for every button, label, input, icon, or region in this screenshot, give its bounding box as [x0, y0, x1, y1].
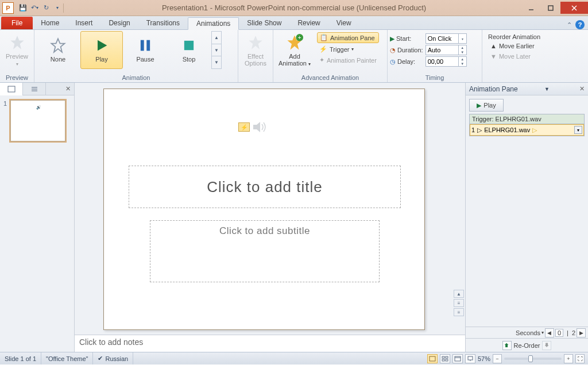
slide[interactable]: ⚡ Click to add title Click to add subtit…: [103, 89, 425, 330]
gallery-up-icon[interactable]: ▲: [212, 32, 221, 44]
thumbnail-panel-close-icon[interactable]: ✕: [61, 85, 74, 93]
animation-play-label: Play: [95, 56, 107, 63]
maximize-button[interactable]: [541, 2, 560, 14]
painter-star-icon: ✦: [319, 56, 324, 64]
animation-pause[interactable]: Pause: [124, 31, 167, 69]
scroll-next-icon[interactable]: ≡: [454, 308, 464, 316]
close-button[interactable]: [560, 2, 588, 14]
tab-slideshow[interactable]: Slide Show: [239, 17, 289, 29]
animation-pane-close-icon[interactable]: ✕: [579, 85, 585, 93]
scroll-prev-icon[interactable]: ≡: [454, 299, 464, 307]
svg-rect-26: [468, 356, 473, 360]
svg-marker-6: [98, 40, 107, 51]
tab-view[interactable]: View: [328, 17, 359, 29]
slide-thumbnail-1[interactable]: 1 🔊: [0, 95, 74, 146]
normal-view-button[interactable]: [427, 354, 438, 363]
start-play-icon: ▶: [390, 35, 394, 43]
animation-none-label: None: [51, 56, 65, 63]
animation-reorder-footer: 🡅 Re-Order 🡇: [466, 338, 588, 352]
tab-transitions[interactable]: Transitions: [138, 17, 188, 29]
move-earlier-button[interactable]: ▲Move Earlier: [488, 41, 540, 51]
timeline-prev-button[interactable]: ◀: [545, 328, 554, 337]
thumbnails-tab[interactable]: [0, 83, 23, 95]
notes-area[interactable]: Click to add notes: [75, 335, 465, 352]
effect-options-label: Effect Options: [245, 53, 266, 67]
help-icon[interactable]: ?: [575, 20, 585, 29]
svg-marker-10: [249, 36, 262, 49]
preview-button[interactable]: Preview▾: [2, 31, 32, 70]
title-placeholder[interactable]: Click to add title: [129, 166, 401, 208]
animation-none[interactable]: None: [37, 31, 79, 69]
reorder-down-button[interactable]: 🡇: [542, 341, 551, 350]
add-animation-label: Add Animation: [278, 53, 307, 67]
animation-pane-dropdown-icon[interactable]: ▼: [544, 86, 550, 92]
animation-pane: Animation Pane ▼ ✕ ▶ Play Trigger: ELPHR…: [465, 83, 588, 352]
tab-review[interactable]: Review: [289, 17, 328, 29]
app-icon: P: [2, 2, 14, 14]
title-bar: P 💾 ↶▾ ↻ ▾ Presentation1 - Microsoft Pow…: [0, 0, 588, 16]
animation-pane-button[interactable]: 📋 Animation Pane: [317, 32, 379, 43]
tab-home[interactable]: Home: [33, 17, 67, 29]
tab-design[interactable]: Design: [100, 17, 138, 29]
reading-view-button[interactable]: [452, 354, 463, 363]
qat-dropdown-icon[interactable]: ▾: [53, 3, 62, 13]
redo-icon[interactable]: ↻: [41, 3, 51, 13]
timing-delay-field[interactable]: 00,00▲▼: [425, 56, 467, 67]
svg-rect-8: [146, 40, 150, 51]
undo-icon[interactable]: ↶▾: [30, 3, 39, 13]
zoom-handle[interactable]: [528, 355, 533, 362]
timeline-marker-icon: ▷: [532, 126, 537, 134]
save-icon[interactable]: 💾: [18, 3, 28, 13]
trigger-header: Trigger: ELPHRG01.wav: [470, 114, 584, 124]
animation-item-dropdown-icon[interactable]: ▾: [574, 126, 582, 134]
slideshow-view-button[interactable]: [465, 354, 475, 363]
zoom-value[interactable]: 57%: [478, 355, 490, 362]
sorter-view-button[interactable]: [440, 354, 450, 363]
animation-gallery-scroll[interactable]: ▲ ▼ ▼: [211, 31, 222, 69]
effect-options-button[interactable]: Effect Options: [241, 31, 270, 69]
animation-list-item[interactable]: 1 ▷ ELPHRG01.wav ▷ ▾: [470, 124, 584, 136]
preview-label: Preview: [6, 53, 28, 60]
animation-stop[interactable]: Stop: [168, 31, 210, 69]
tab-animations[interactable]: Animations: [188, 17, 239, 30]
add-animation-button[interactable]: + Add Animation ▾: [276, 31, 314, 70]
animation-painter-button[interactable]: ✦ Animation Painter: [317, 55, 379, 65]
svg-rect-21: [446, 356, 448, 358]
animation-play[interactable]: Play: [80, 31, 123, 69]
move-later-button[interactable]: ▼Move Later: [488, 52, 540, 61]
subtitle-placeholder[interactable]: Click to add subtitle: [150, 220, 380, 282]
zoom-slider[interactable]: [504, 358, 562, 360]
advanced-animation-group-label: Advanced Animation: [276, 74, 385, 82]
outline-tab[interactable]: [23, 83, 46, 95]
status-language[interactable]: ✔ Russian: [93, 352, 133, 365]
qat-separator: [63, 3, 64, 13]
timing-duration-field[interactable]: Auto▲▼: [425, 45, 467, 55]
scroll-up-icon[interactable]: ▲: [454, 290, 464, 298]
minimize-button[interactable]: [521, 2, 541, 14]
tab-file[interactable]: File: [1, 17, 33, 29]
svg-marker-4: [10, 36, 24, 49]
timeline-next-button[interactable]: ▶: [577, 328, 586, 337]
gallery-more-icon[interactable]: ▼: [212, 56, 221, 68]
fit-to-window-button[interactable]: ⛶: [575, 354, 585, 363]
tab-insert[interactable]: Insert: [67, 17, 100, 29]
window-title: Presentation1 - Microsoft PowerPoint non…: [162, 3, 426, 12]
play-icon: ▶: [477, 102, 481, 109]
trigger-button[interactable]: ⚡ Trigger ▾: [317, 44, 379, 54]
animation-pane-play-button[interactable]: ▶ Play: [469, 99, 504, 112]
gallery-down-icon[interactable]: ▼: [212, 44, 221, 57]
trigger-label: Trigger: [330, 46, 349, 53]
animation-group-label: Animation: [37, 74, 235, 82]
timing-start-label: Start:: [396, 35, 411, 42]
zoom-in-button[interactable]: +: [564, 354, 573, 363]
preview-star-icon: [8, 33, 26, 52]
timing-start-field[interactable]: On Click▾: [425, 33, 467, 44]
reorder-up-button[interactable]: 🡅: [502, 341, 512, 350]
zoom-out-button[interactable]: −: [493, 354, 502, 363]
svg-rect-1: [548, 6, 553, 10]
minimize-ribbon-icon[interactable]: ⌃: [567, 21, 572, 29]
timing-delay-label: Delay:: [397, 58, 415, 65]
audio-object[interactable]: ⚡: [238, 120, 267, 134]
slide-thumbnail-panel: ✕ 1 🔊: [0, 83, 75, 352]
svg-rect-24: [455, 356, 461, 361]
